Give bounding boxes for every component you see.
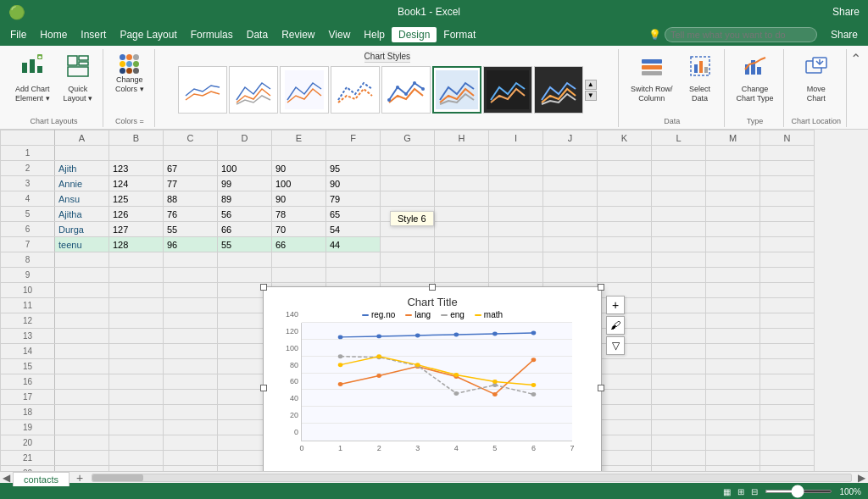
cell-r21-c0[interactable] <box>55 451 109 466</box>
cell-r13-c2[interactable] <box>164 329 218 344</box>
cell-r6-c1[interactable]: 127 <box>109 222 164 237</box>
empty-cell[interactable] <box>435 146 489 161</box>
empty-cell[interactable] <box>381 237 435 252</box>
scroll-up-button[interactable]: ▲ <box>585 80 597 90</box>
change-colors-button[interactable]: ChangeColors ▾ <box>110 51 149 97</box>
empty-cell[interactable] <box>760 359 815 374</box>
cell-r7-c4[interactable]: 66 <box>272 237 326 252</box>
empty-cell[interactable] <box>435 222 489 237</box>
menu-help[interactable]: Help <box>357 27 392 42</box>
empty-cell[interactable] <box>381 146 435 161</box>
cell-r21-c1[interactable] <box>109 451 164 466</box>
empty-cell[interactable] <box>543 146 598 161</box>
empty-cell[interactable] <box>652 252 706 268</box>
empty-cell[interactable] <box>652 359 706 374</box>
cell-r1-c3[interactable] <box>218 146 272 161</box>
empty-cell[interactable] <box>652 207 706 222</box>
cell-r11-c2[interactable] <box>164 298 218 313</box>
empty-cell[interactable] <box>706 420 760 435</box>
quick-layout-button[interactable]: QuickLayout ▾ <box>58 51 98 107</box>
chart-styles-scroll[interactable]: ▲ ▼ <box>585 80 597 101</box>
cell-r2-c3[interactable]: 100 <box>218 161 272 176</box>
menu-insert[interactable]: Insert <box>74 27 113 42</box>
cell-r13-c1[interactable] <box>109 329 164 344</box>
empty-cell[interactable] <box>489 252 543 268</box>
cell-r4-c0[interactable]: Ansu <box>55 191 109 207</box>
cell-r3-c4[interactable]: 100 <box>272 176 326 191</box>
empty-cell[interactable] <box>706 451 760 466</box>
empty-cell[interactable] <box>760 222 815 237</box>
empty-cell[interactable] <box>760 390 815 405</box>
cell-r1-c0[interactable] <box>55 146 109 161</box>
empty-cell[interactable] <box>760 451 815 466</box>
menu-file[interactable]: File <box>3 27 33 42</box>
empty-cell[interactable] <box>489 207 543 222</box>
menu-view[interactable]: View <box>322 27 358 42</box>
cell-r4-c5[interactable]: 79 <box>326 191 381 207</box>
select-data-button[interactable]: SelectData <box>682 51 719 107</box>
cell-r5-c3[interactable]: 56 <box>218 207 272 222</box>
empty-cell[interactable] <box>489 176 543 191</box>
chart-title[interactable]: Chart Title <box>267 291 598 310</box>
empty-cell[interactable] <box>381 252 435 268</box>
empty-cell[interactable] <box>598 374 652 390</box>
resize-handle-mr[interactable] <box>598 385 604 391</box>
empty-cell[interactable] <box>598 146 652 161</box>
empty-cell[interactable] <box>760 283 815 298</box>
horizontal-scroll-bar[interactable]: ◀ contacts + ▶ <box>0 471 868 483</box>
cell-r20-c2[interactable] <box>164 435 218 451</box>
empty-cell[interactable] <box>435 268 489 283</box>
empty-cell[interactable] <box>435 252 489 268</box>
cell-r2-c5[interactable]: 95 <box>326 161 381 176</box>
empty-cell[interactable] <box>598 237 652 252</box>
cell-r22-c1[interactable] <box>109 466 164 472</box>
empty-cell[interactable] <box>760 374 815 390</box>
cell-r12-c1[interactable] <box>109 313 164 329</box>
empty-cell[interactable] <box>760 191 815 207</box>
empty-cell[interactable] <box>435 237 489 252</box>
cell-r7-c0[interactable]: teenu <box>55 237 109 252</box>
empty-cell[interactable] <box>435 191 489 207</box>
cell-r1-c4[interactable] <box>272 146 326 161</box>
view-normal-button[interactable]: ▦ <box>723 487 731 496</box>
add-sheet-button[interactable]: + <box>71 469 88 486</box>
cell-r10-c1[interactable] <box>109 283 164 298</box>
cell-r7-c5[interactable]: 44 <box>326 237 381 252</box>
empty-cell[interactable] <box>652 390 706 405</box>
chart-style-1[interactable] <box>178 66 227 114</box>
cell-r8-c0[interactable] <box>55 252 109 268</box>
cell-r10-c2[interactable] <box>164 283 218 298</box>
cell-r7-c3[interactable]: 55 <box>218 237 272 252</box>
empty-cell[interactable] <box>489 161 543 176</box>
cell-r13-c0[interactable] <box>55 329 109 344</box>
cell-r15-c1[interactable] <box>109 359 164 374</box>
chart-style-6[interactable] <box>432 66 481 114</box>
empty-cell[interactable] <box>598 222 652 237</box>
chart-style-2[interactable] <box>229 66 278 114</box>
cell-r8-c4[interactable] <box>272 252 326 268</box>
share-button[interactable]: Share <box>832 6 860 18</box>
cell-r1-c2[interactable] <box>164 146 218 161</box>
empty-cell[interactable] <box>706 435 760 451</box>
empty-cell[interactable] <box>706 298 760 313</box>
empty-cell[interactable] <box>652 466 706 472</box>
empty-cell[interactable] <box>706 390 760 405</box>
empty-cell[interactable] <box>652 451 706 466</box>
menu-formulas[interactable]: Formulas <box>184 27 240 42</box>
cell-r18-c0[interactable] <box>55 405 109 420</box>
cell-r1-c1[interactable] <box>109 146 164 161</box>
cell-r8-c2[interactable] <box>164 252 218 268</box>
cell-r20-c1[interactable] <box>109 435 164 451</box>
empty-cell[interactable] <box>598 435 652 451</box>
cell-r8-c1[interactable] <box>109 252 164 268</box>
empty-cell[interactable] <box>543 176 598 191</box>
cell-r19-c1[interactable] <box>109 420 164 435</box>
cell-r9-c5[interactable] <box>326 268 381 283</box>
cell-r8-c5[interactable] <box>326 252 381 268</box>
empty-cell[interactable] <box>381 268 435 283</box>
cell-r21-c2[interactable] <box>164 451 218 466</box>
empty-cell[interactable] <box>760 146 815 161</box>
cell-r6-c5[interactable]: 54 <box>326 222 381 237</box>
cell-r5-c4[interactable]: 78 <box>272 207 326 222</box>
move-chart-button[interactable]: MoveChart <box>798 51 835 107</box>
